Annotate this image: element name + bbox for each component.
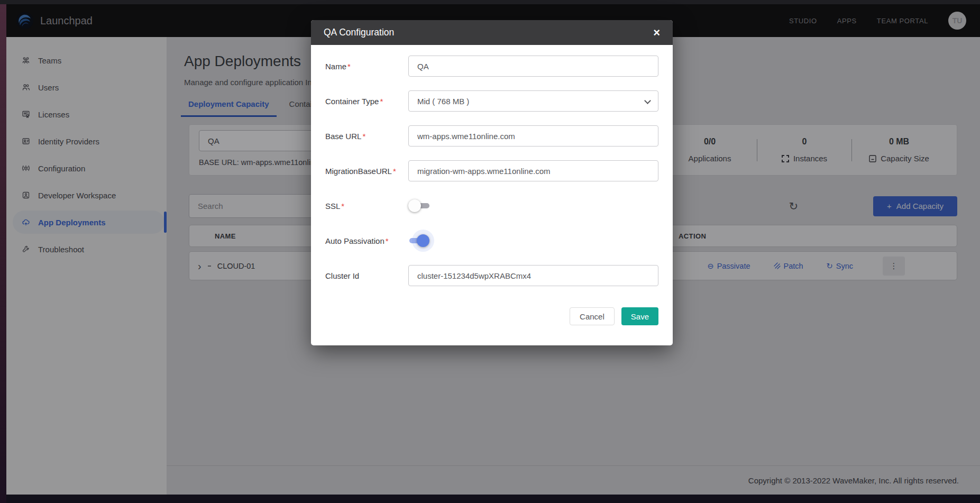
field-migration-base-url: MigrationBaseURL* [325, 160, 658, 181]
required-marker: * [362, 132, 365, 141]
field-label: Auto Passivation* [325, 236, 408, 245]
ssl-toggle[interactable] [408, 199, 431, 213]
auto-passivation-toggle[interactable] [408, 234, 431, 248]
close-icon[interactable]: × [653, 27, 660, 39]
field-auto-passivation: Auto Passivation* [325, 230, 658, 251]
field-container-type: Container Type* [325, 90, 658, 112]
base-url-input[interactable] [408, 125, 658, 147]
field-label: Base URL* [325, 132, 408, 141]
field-ssl: SSL* [325, 195, 658, 216]
desktop-left-strip [0, 4, 6, 503]
field-label: Name* [325, 62, 408, 71]
modal-footer: Cancel Save [311, 300, 673, 345]
field-base-url: Base URL* [325, 125, 658, 147]
container-type-select[interactable] [408, 90, 658, 112]
modal-header: QA Configuration × [311, 20, 673, 45]
field-label: Cluster Id [325, 271, 408, 280]
name-input[interactable] [408, 56, 658, 77]
save-button[interactable]: Save [621, 307, 658, 325]
desktop-bottom-strip [6, 495, 980, 503]
required-marker: * [386, 236, 389, 245]
field-label: Container Type* [325, 97, 408, 106]
required-marker: * [347, 62, 351, 71]
cluster-id-input[interactable] [408, 265, 658, 286]
cancel-button[interactable]: Cancel [570, 307, 615, 325]
required-marker: * [380, 97, 383, 106]
required-marker: * [393, 167, 396, 176]
field-name: Name* [325, 56, 658, 77]
field-cluster-id: Cluster Id [325, 265, 658, 286]
qa-configuration-modal: QA Configuration × Name* Container Type*… [311, 20, 673, 345]
field-label: MigrationBaseURL* [325, 167, 408, 176]
modal-title: QA Configuration [324, 27, 394, 38]
migration-base-url-input[interactable] [408, 160, 658, 181]
required-marker: * [341, 202, 344, 211]
desktop-top-strip [0, 0, 980, 4]
field-label: SSL* [325, 202, 408, 211]
